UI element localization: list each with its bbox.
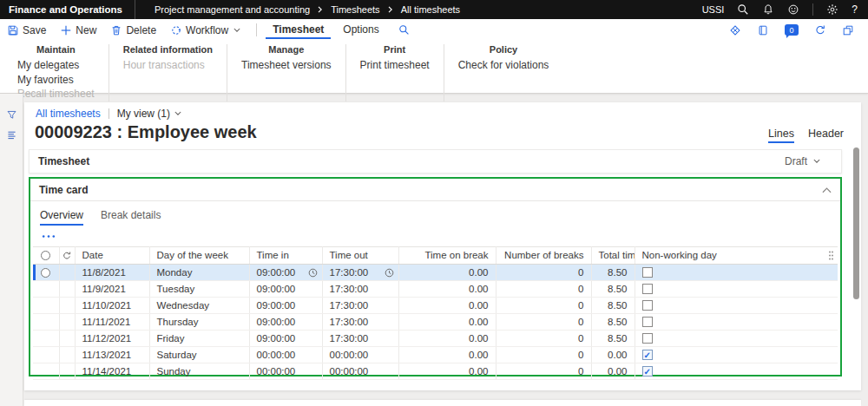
cell-time-out[interactable]: 17:30:00 bbox=[322, 331, 398, 347]
personalize-diamond-icon[interactable] bbox=[729, 24, 741, 36]
cell-time-on-break[interactable]: 0.00 bbox=[398, 363, 496, 380]
tab-timesheet[interactable]: Timesheet bbox=[266, 21, 331, 39]
column-header-time-on-break[interactable]: Time on break bbox=[398, 247, 496, 265]
row-select-radio[interactable] bbox=[41, 268, 50, 278]
cell-day-of-week[interactable]: Sunday bbox=[149, 363, 249, 380]
cell-time-out[interactable]: 17:30:00 bbox=[322, 298, 398, 314]
cell-time-in[interactable]: 09:00:00 bbox=[249, 331, 322, 347]
chevron-up-icon[interactable] bbox=[822, 187, 832, 193]
column-header-total-time[interactable]: Total time bbox=[591, 247, 635, 265]
cell-date[interactable]: 11/14/2021 bbox=[75, 363, 149, 380]
cell-time-in[interactable]: 00:00:00 bbox=[249, 363, 322, 380]
cell-number-of-breaks[interactable]: 0 bbox=[496, 314, 591, 331]
button-check-for-violations[interactable]: Check for violations bbox=[458, 58, 549, 73]
cell-time-in[interactable]: 09:00:00 bbox=[249, 314, 322, 331]
cell-number-of-breaks[interactable]: 0 bbox=[496, 298, 591, 314]
view-selector[interactable]: My view (1) bbox=[117, 108, 181, 120]
cell-time-out[interactable]: 17:30:00 bbox=[322, 281, 398, 298]
cell-date[interactable]: 11/9/2021 bbox=[75, 281, 149, 298]
cell-time-out[interactable]: 17:30:00 bbox=[322, 265, 398, 281]
column-header-date[interactable]: Date bbox=[75, 247, 149, 265]
workflow-button[interactable]: Workflow bbox=[170, 24, 240, 36]
non-working-day-checkbox[interactable] bbox=[642, 317, 653, 327]
vertical-scrollbar-thumb[interactable] bbox=[853, 147, 859, 299]
cell-number-of-breaks[interactable]: 0 bbox=[496, 363, 591, 380]
cell-time-out[interactable]: 17:30:00 bbox=[322, 314, 398, 331]
non-working-day-checkbox[interactable] bbox=[642, 284, 653, 294]
cell-day-of-week[interactable]: Tuesday bbox=[149, 281, 249, 298]
guide-book-icon[interactable] bbox=[757, 24, 769, 36]
non-working-day-checkbox[interactable] bbox=[642, 366, 653, 377]
breadcrumb-module[interactable]: Project management and accounting bbox=[155, 4, 310, 15]
filter-funnel-icon[interactable] bbox=[6, 109, 17, 121]
button-my-delegates[interactable]: My delegates bbox=[17, 58, 95, 73]
button-my-favorites[interactable]: My favorites bbox=[17, 73, 95, 88]
button-print-timesheet[interactable]: Print timesheet bbox=[360, 58, 430, 73]
all-timesheets-link[interactable]: All timesheets bbox=[36, 108, 101, 120]
feedback-smiley-icon[interactable] bbox=[787, 3, 799, 16]
cell-time-out[interactable]: 00:00:00 bbox=[322, 363, 398, 380]
refresh-icon[interactable] bbox=[814, 24, 826, 36]
cell-total-time[interactable]: 8.50 bbox=[591, 314, 635, 331]
grid-refresh-icon[interactable] bbox=[62, 251, 72, 261]
save-button[interactable]: Save bbox=[7, 24, 46, 36]
cell-number-of-breaks[interactable]: 0 bbox=[496, 331, 591, 347]
cell-number-of-breaks[interactable]: 0 bbox=[496, 265, 591, 281]
cell-number-of-breaks[interactable]: 0 bbox=[496, 347, 591, 363]
grid-toolbar-more-button[interactable] bbox=[30, 226, 840, 246]
cell-time-on-break[interactable]: 0.00 bbox=[398, 298, 496, 314]
cell-time-out[interactable]: 00:00:00 bbox=[322, 347, 398, 363]
cell-total-time[interactable]: 0.00 bbox=[591, 363, 635, 380]
cell-time-in[interactable]: 09:00:00 bbox=[249, 265, 322, 281]
column-header-day[interactable]: Day of the week bbox=[149, 247, 249, 265]
settings-gear-icon[interactable] bbox=[826, 3, 838, 16]
tab-break-details[interactable]: Break details bbox=[101, 209, 161, 226]
tab-lines[interactable]: Lines bbox=[768, 128, 794, 143]
cell-time-in[interactable]: 09:00:00 bbox=[249, 298, 322, 314]
cell-time-on-break[interactable]: 0.00 bbox=[398, 347, 496, 363]
status-dropdown[interactable]: Draft bbox=[785, 155, 832, 167]
environment-label[interactable]: USSI bbox=[702, 4, 725, 15]
cell-total-time[interactable]: 0.00 bbox=[591, 347, 635, 363]
cell-number-of-breaks[interactable]: 0 bbox=[496, 281, 591, 298]
non-working-day-checkbox[interactable] bbox=[642, 350, 653, 360]
cell-date[interactable]: 11/13/2021 bbox=[75, 347, 149, 363]
tab-options[interactable]: Options bbox=[336, 21, 385, 39]
delete-button[interactable]: Delete bbox=[110, 24, 156, 36]
column-header-time-out[interactable]: Time out bbox=[322, 247, 398, 265]
cell-total-time[interactable]: 8.50 bbox=[591, 331, 635, 347]
cell-time-on-break[interactable]: 0.00 bbox=[398, 314, 496, 331]
non-working-day-checkbox[interactable] bbox=[642, 333, 653, 344]
table-row[interactable]: 11/11/2021 Thursday 09:00:00 17:30:00 0.… bbox=[33, 314, 838, 331]
cell-time-on-break[interactable]: 0.00 bbox=[398, 331, 496, 347]
cell-day-of-week[interactable]: Thursday bbox=[149, 314, 249, 331]
column-header-non-working-day[interactable]: Non-working day bbox=[642, 250, 717, 260]
cell-date[interactable]: 11/12/2021 bbox=[75, 331, 149, 347]
cell-time-in[interactable]: 09:00:00 bbox=[249, 281, 322, 298]
breadcrumb-page[interactable]: All timesheets bbox=[401, 4, 460, 15]
pane-list-icon[interactable] bbox=[6, 129, 17, 141]
cell-date[interactable]: 11/8/2021 bbox=[75, 265, 149, 281]
time-card-section-header[interactable]: Time card bbox=[30, 179, 840, 201]
cell-time-on-break[interactable]: 0.00 bbox=[398, 281, 496, 298]
tab-header[interactable]: Header bbox=[808, 128, 844, 143]
tab-overview[interactable]: Overview bbox=[40, 209, 83, 226]
app-name[interactable]: Finance and Operations bbox=[0, 0, 135, 19]
notifications-bell-icon[interactable] bbox=[762, 3, 774, 16]
cell-date[interactable]: 11/11/2021 bbox=[75, 314, 149, 331]
breadcrumb-area[interactable]: Timesheets bbox=[331, 4, 379, 15]
cell-total-time[interactable]: 8.50 bbox=[591, 265, 635, 281]
cell-date[interactable]: 11/10/2021 bbox=[75, 298, 149, 314]
open-new-window-icon[interactable] bbox=[842, 24, 854, 36]
help-icon[interactable]: ? bbox=[852, 3, 858, 16]
search-icon[interactable] bbox=[737, 3, 749, 16]
column-options-icon[interactable] bbox=[828, 250, 834, 261]
cell-total-time[interactable]: 8.50 bbox=[591, 298, 635, 314]
cell-day-of-week[interactable]: Friday bbox=[149, 331, 249, 347]
table-row[interactable]: 11/12/2021 Friday 09:00:00 17:30:00 0.00… bbox=[33, 331, 838, 347]
messages-bubble-icon[interactable]: 0 bbox=[785, 24, 799, 36]
table-row[interactable]: 11/14/2021 Sunday 00:00:00 00:00:00 0.00… bbox=[33, 363, 838, 380]
button-timesheet-versions[interactable]: Timesheet versions bbox=[241, 58, 332, 73]
cell-day-of-week[interactable]: Saturday bbox=[149, 347, 249, 363]
timesheet-section-header[interactable]: Timesheet Draft bbox=[29, 149, 842, 174]
